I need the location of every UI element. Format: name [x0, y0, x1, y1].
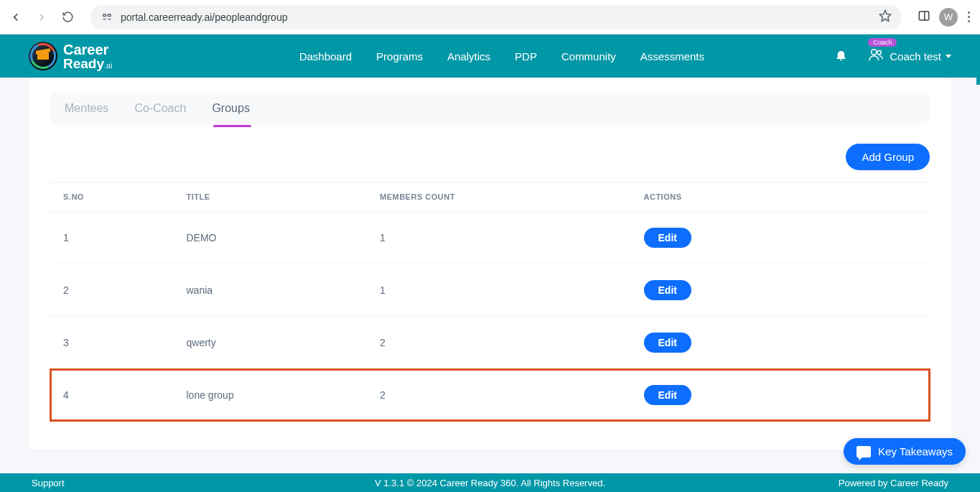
logo-icon	[29, 42, 57, 70]
header-title: TITLE	[174, 182, 368, 212]
table-row: 1 DEMO 1 Edit	[50, 212, 930, 264]
footer-support[interactable]: Support	[32, 478, 65, 488]
cell-sno: 1	[50, 212, 174, 264]
table-row: 2 wania 1 Edit	[50, 264, 930, 317]
cell-title: wania	[174, 264, 368, 317]
tab-mentees[interactable]: Mentees	[65, 102, 108, 116]
footer: Support V 1.3.1 © 2024 Career Ready 360.…	[0, 473, 980, 492]
cell-actions: Edit	[631, 369, 930, 422]
cell-members: 2	[367, 317, 631, 369]
notifications-icon[interactable]	[834, 48, 848, 65]
chat-icon	[857, 446, 871, 458]
groups-table: S.NO TITLE MEMBERS COUNT ACTIONS 1 DEMO …	[50, 182, 930, 421]
footer-copyright: V 1.3.1 © 2024 Career Ready 360. All Rig…	[375, 478, 605, 488]
logo-text: Career Ready.ai	[63, 42, 113, 70]
browser-toolbar: portal.careerready.ai/peopleandgroup W	[0, 0, 980, 34]
cell-title: lone group	[174, 369, 368, 422]
table-row: 3 qwerty 2 Edit	[50, 317, 930, 369]
scroll-indicator	[976, 34, 980, 85]
svg-rect-0	[103, 14, 106, 17]
cell-sno: 3	[50, 317, 174, 369]
tab-cocoach[interactable]: Co-Coach	[134, 102, 186, 116]
main-navigation: Career Ready.ai Dashboard Programs Analy…	[0, 34, 980, 78]
cell-actions: Edit	[631, 317, 930, 369]
table-row: 4 lone group 2 Edit	[50, 369, 930, 422]
nav-links: Dashboard Programs Analytics PDP Communi…	[299, 50, 704, 62]
cell-actions: Edit	[631, 264, 930, 317]
profile-avatar[interactable]: W	[939, 8, 958, 27]
page-content: Mentees Co-Coach Groups Add Group S.NO T…	[0, 78, 980, 450]
edit-button[interactable]: Edit	[644, 280, 691, 300]
cell-title: DEMO	[174, 212, 368, 264]
site-settings-icon[interactable]	[101, 11, 113, 24]
svg-marker-4	[880, 11, 891, 22]
svg-point-7	[872, 50, 877, 55]
coach-badge: Coach	[868, 38, 897, 47]
user-name-label: Coach test	[890, 50, 951, 62]
nav-community[interactable]: Community	[561, 50, 616, 62]
tabs: Mentees Co-Coach Groups	[50, 92, 930, 125]
browser-menu-icon[interactable]	[963, 11, 974, 22]
reload-button[interactable]	[57, 7, 78, 27]
svg-point-8	[877, 51, 882, 55]
cell-actions: Edit	[631, 212, 930, 264]
svg-rect-1	[108, 14, 111, 17]
back-button[interactable]	[6, 7, 26, 27]
nav-assessments[interactable]: Assessments	[640, 50, 704, 62]
key-takeaways-label: Key Takeaways	[878, 445, 953, 458]
content-card: Mentees Co-Coach Groups Add Group S.NO T…	[29, 78, 951, 450]
cell-members: 1	[367, 264, 631, 317]
tab-groups[interactable]: Groups	[212, 102, 249, 116]
header-members: MEMBERS COUNT	[367, 182, 631, 212]
header-sno: S.NO	[50, 182, 174, 212]
logo[interactable]: Career Ready.ai	[29, 42, 113, 70]
cell-members: 1	[367, 212, 631, 264]
nav-programs[interactable]: Programs	[376, 50, 423, 62]
header-actions: ACTIONS	[631, 182, 930, 212]
table-header-row: S.NO TITLE MEMBERS COUNT ACTIONS	[50, 182, 930, 212]
user-menu[interactable]: Coach Coach test	[868, 47, 951, 65]
cell-sno: 4	[50, 369, 174, 422]
edit-button[interactable]: Edit	[644, 333, 691, 353]
key-takeaways-button[interactable]: Key Takeaways	[844, 438, 966, 465]
edit-button[interactable]: Edit	[644, 385, 691, 405]
chevron-down-icon	[946, 55, 951, 58]
star-icon[interactable]	[879, 9, 892, 24]
cell-sno: 2	[50, 264, 174, 317]
url-text: portal.careerready.ai/peopleandgroup	[121, 11, 287, 23]
nav-pdp[interactable]: PDP	[515, 50, 537, 62]
forward-button[interactable]	[32, 7, 52, 27]
address-bar[interactable]: portal.careerready.ai/peopleandgroup	[90, 5, 902, 29]
add-group-button[interactable]: Add Group	[846, 144, 930, 170]
edit-button[interactable]: Edit	[644, 228, 691, 248]
user-icon: Coach	[868, 47, 884, 65]
footer-powered: Powered by Career Ready	[839, 478, 948, 488]
nav-dashboard[interactable]: Dashboard	[299, 50, 352, 62]
cell-title: qwerty	[174, 317, 368, 369]
nav-analytics[interactable]: Analytics	[447, 50, 490, 62]
cell-members: 2	[367, 369, 631, 422]
panel-icon[interactable]	[915, 9, 933, 25]
